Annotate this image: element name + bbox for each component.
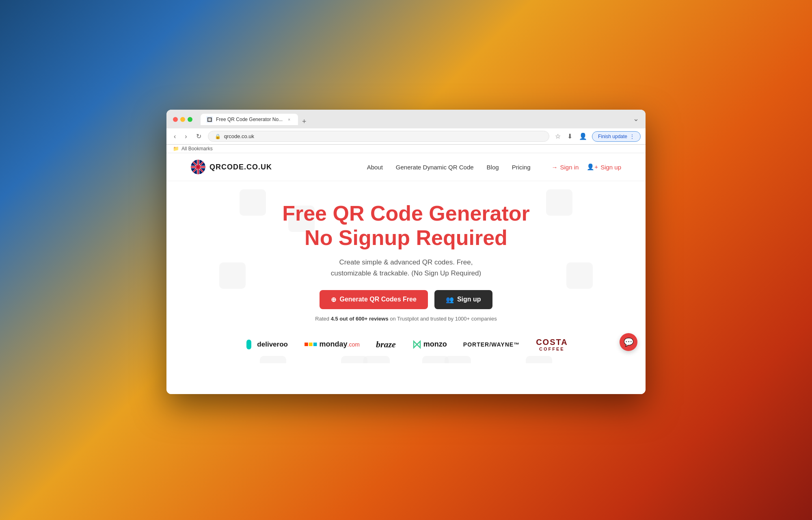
logo-text: QRCODE.CO.UK bbox=[209, 163, 272, 171]
monzo-logo: monzo bbox=[412, 338, 447, 351]
nav-pricing[interactable]: Pricing bbox=[512, 164, 531, 171]
deliveroo-logo: deliveroo bbox=[244, 338, 288, 351]
bookmarks-folder-icon: 📁 bbox=[173, 146, 179, 152]
deliveroo-icon bbox=[244, 339, 254, 350]
deliveroo-text: deliveroo bbox=[257, 340, 288, 349]
close-button[interactable] bbox=[173, 117, 178, 122]
monday-logo: ■■■ monday.com bbox=[304, 338, 360, 351]
forward-button[interactable]: › bbox=[182, 132, 189, 141]
hero-title-line2: No Signup Required bbox=[304, 226, 508, 249]
site-navbar: QRCODE.CO.UK About Generate Dynamic QR C… bbox=[166, 153, 646, 181]
monday-text: ■■■ monday.com bbox=[304, 340, 360, 349]
porter-wayne-text: PORTER/WAYNE™ bbox=[463, 341, 520, 348]
new-tab-button[interactable]: + bbox=[299, 118, 310, 125]
trust-suffix: on Trustpilot and trusted by 1000+ compa… bbox=[389, 316, 497, 322]
trust-prefix: Rated bbox=[315, 316, 330, 322]
sign-up-hero-button[interactable]: 👥 Sign up bbox=[434, 290, 492, 309]
sign-up-icon: 👤+ bbox=[587, 163, 598, 171]
qr-decoration-9 bbox=[445, 356, 471, 363]
url-field[interactable]: 🔒 qrcode.co.uk bbox=[208, 131, 549, 142]
sign-up-nav-button[interactable]: 👤+ Sign up bbox=[587, 163, 621, 171]
signup-label: Sign up bbox=[457, 296, 481, 303]
sign-in-icon: → bbox=[551, 164, 557, 171]
monzo-icon bbox=[412, 340, 422, 349]
signup-icon: 👥 bbox=[446, 296, 454, 303]
braze-logo: braze bbox=[376, 338, 396, 351]
site-nav: About Generate Dynamic QR Code Blog Pric… bbox=[367, 163, 621, 171]
hero-subtitle: Create simple & advanced QR codes. Free,… bbox=[183, 257, 629, 279]
finish-update-label: Finish update bbox=[598, 134, 627, 139]
hero-content: Free QR Code Generator No Signup Require… bbox=[183, 202, 629, 322]
nav-generate-dynamic[interactable]: Generate Dynamic QR Code bbox=[396, 164, 474, 171]
nav-blog[interactable]: Blog bbox=[487, 164, 499, 171]
chat-button[interactable]: 💬 bbox=[620, 333, 637, 351]
nav-auth: → Sign in 👤+ Sign up bbox=[551, 163, 621, 171]
back-button[interactable]: ‹ bbox=[171, 132, 178, 141]
bookmark-star-icon[interactable]: ☆ bbox=[553, 131, 562, 142]
trust-rating: 4.5 out of 600+ reviews bbox=[331, 316, 389, 322]
minimize-button[interactable] bbox=[180, 117, 185, 122]
download-icon[interactable]: ⬇ bbox=[566, 131, 574, 142]
bookmarks-label[interactable]: All Bookmarks bbox=[181, 146, 213, 152]
tab-bar-chevron[interactable]: ⌄ bbox=[633, 114, 639, 125]
generate-label: Generate QR Codes Free bbox=[339, 296, 416, 303]
porter-wayne-logo: PORTER/WAYNE™ bbox=[463, 338, 520, 351]
monzo-text: monzo bbox=[423, 340, 447, 349]
user-icon[interactable]: 👤 bbox=[577, 131, 589, 142]
costa-text: COSTA COFFEE bbox=[536, 338, 568, 351]
trust-text: Rated 4.5 out of 600+ reviews on Trustpi… bbox=[183, 316, 629, 322]
qr-decoration-11 bbox=[363, 356, 390, 363]
title-bar: 🔲 Free QR Code Generator No... × + ⌄ bbox=[166, 110, 646, 128]
address-bar: ‹ › ↻ 🔒 qrcode.co.uk ☆ ⬇ 👤 Finish update… bbox=[166, 128, 646, 145]
hero-buttons: ⊕ Generate QR Codes Free 👥 Sign up bbox=[183, 290, 629, 309]
qr-decoration-10 bbox=[422, 356, 449, 363]
finish-update-button[interactable]: Finish update ⋮ bbox=[592, 131, 641, 142]
tab-title: Free QR Code Generator No... bbox=[216, 117, 283, 122]
sign-in-label: Sign in bbox=[560, 164, 579, 171]
sign-up-nav-label: Sign up bbox=[600, 164, 621, 171]
qr-decoration-7 bbox=[526, 356, 552, 363]
page-content: QRCODE.CO.UK About Generate Dynamic QR C… bbox=[166, 153, 646, 394]
url-text: qrcode.co.uk bbox=[224, 133, 254, 139]
svg-marker-2 bbox=[414, 341, 420, 348]
hero-title: Free QR Code Generator No Signup Require… bbox=[183, 202, 629, 250]
tab-favicon: 🔲 bbox=[206, 116, 213, 123]
address-bar-actions: ☆ ⬇ 👤 Finish update ⋮ bbox=[553, 131, 641, 142]
brand-logos: deliveroo ■■■ monday.com braze monzo bbox=[183, 338, 629, 351]
logo-area[interactable]: QRCODE.CO.UK bbox=[191, 160, 272, 174]
browser-window: 🔲 Free QR Code Generator No... × + ⌄ ‹ ›… bbox=[166, 110, 646, 394]
costa-coffee-logo: COSTA COFFEE bbox=[536, 338, 568, 351]
window-controls bbox=[173, 117, 192, 122]
hero-title-line1: Free QR Code Generator bbox=[282, 202, 530, 225]
generate-qr-button[interactable]: ⊕ Generate QR Codes Free bbox=[320, 290, 428, 309]
tab-close-button[interactable]: × bbox=[286, 116, 292, 123]
uk-flag-icon bbox=[191, 160, 205, 174]
hero-section: Free QR Code Generator No Signup Require… bbox=[166, 181, 646, 363]
refresh-button[interactable]: ↻ bbox=[194, 132, 204, 141]
tab-bar: 🔲 Free QR Code Generator No... × + bbox=[201, 114, 629, 125]
qr-decoration-6 bbox=[260, 356, 286, 363]
bookmarks-bar: 📁 All Bookmarks bbox=[166, 145, 646, 153]
sign-in-button[interactable]: → Sign in bbox=[551, 164, 579, 171]
generate-icon: ⊕ bbox=[331, 296, 336, 303]
lock-icon: 🔒 bbox=[215, 134, 221, 139]
braze-text: braze bbox=[376, 339, 396, 350]
active-tab[interactable]: 🔲 Free QR Code Generator No... × bbox=[201, 114, 298, 125]
chat-icon: 💬 bbox=[624, 337, 634, 347]
finish-update-chevron: ⋮ bbox=[630, 134, 635, 139]
nav-about[interactable]: About bbox=[367, 164, 383, 171]
maximize-button[interactable] bbox=[188, 117, 192, 122]
qr-decoration-8 bbox=[341, 356, 367, 363]
